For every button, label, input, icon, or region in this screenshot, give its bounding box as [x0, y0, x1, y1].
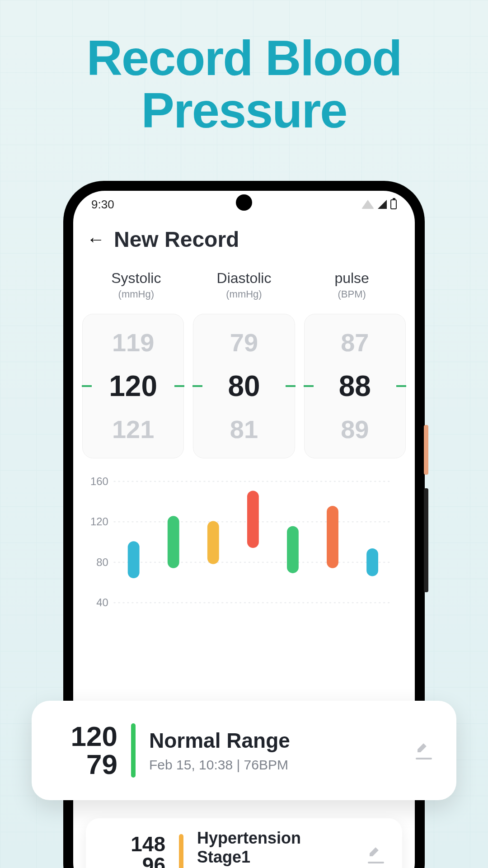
diastolic-picker[interactable]: 79 80 81 [193, 314, 295, 458]
camera-notch [236, 194, 252, 211]
status-time: 9:30 [91, 198, 114, 212]
record-systolic: 120 [54, 722, 117, 750]
app-header: ← New Record [73, 218, 415, 256]
systolic-value: 120 [109, 363, 157, 409]
tick-mark-icon [286, 385, 296, 387]
pulse-value: 88 [339, 363, 371, 409]
record-card-hypertension[interactable]: 148 96 Hypertension Stage1 Feb 15, 10:32… [86, 818, 402, 868]
svg-text:80: 80 [96, 556, 108, 568]
status-bar: 9:30 [73, 191, 415, 218]
tick-mark-icon [396, 385, 406, 387]
systolic-unit: (mmHg) [83, 288, 189, 300]
edit-icon[interactable] [416, 741, 434, 760]
systolic-next: 121 [112, 409, 154, 450]
hero-line-2: Pressure [141, 82, 347, 138]
diastolic-value: 80 [228, 363, 260, 409]
status-bar-indicator [179, 834, 183, 868]
hero-line-1: Record Blood [86, 30, 401, 85]
pulse-label-col: pulse (BPM) [299, 270, 405, 300]
pickers-row: 119 120 121 79 80 81 87 88 89 [73, 305, 415, 472]
hero-title: Record Blood Pressure [0, 32, 488, 136]
cell-signal-icon [378, 200, 387, 209]
diastolic-next: 81 [230, 409, 258, 450]
status-icons [361, 199, 397, 209]
systolic-picker[interactable]: 119 120 121 [82, 314, 184, 458]
tick-mark-icon [174, 385, 184, 387]
tick-mark-icon [304, 385, 314, 387]
record-status: Normal Range [149, 728, 402, 753]
pulse-picker[interactable]: 87 88 89 [304, 314, 406, 458]
edit-icon[interactable] [368, 845, 386, 863]
pulse-prev: 87 [341, 322, 369, 363]
status-bar-indicator [131, 723, 136, 778]
record-diastolic: 96 [102, 854, 165, 868]
wifi-icon [361, 200, 374, 209]
svg-text:40: 40 [96, 596, 108, 609]
tick-mark-icon [192, 385, 202, 387]
diastolic-unit: (mmHg) [191, 288, 297, 300]
phone-volume-button [424, 488, 428, 592]
bp-history-chart: 1601208040 [73, 472, 415, 623]
page-title: New Record [114, 227, 239, 252]
record-meta: Feb 15, 10:38 | 76BPM [149, 757, 402, 773]
chart-svg: 1601208040 [87, 476, 401, 612]
tick-mark-icon [82, 385, 92, 387]
record-diastolic: 79 [54, 750, 117, 778]
diastolic-label-col: Diastolic (mmHg) [191, 270, 297, 300]
pulse-unit: (BPM) [299, 288, 405, 300]
record-values: 120 79 [54, 722, 117, 778]
battery-icon [390, 199, 397, 209]
record-card-normal[interactable]: 120 79 Normal Range Feb 15, 10:38 | 76BP… [32, 701, 456, 800]
readings-labels-row: Systolic (mmHg) Diastolic (mmHg) pulse (… [73, 256, 415, 305]
phone-power-button [424, 425, 428, 475]
record-systolic: 148 [102, 834, 165, 854]
svg-text:120: 120 [90, 515, 108, 528]
systolic-label: Systolic [83, 270, 189, 287]
systolic-label-col: Systolic (mmHg) [83, 270, 189, 300]
pulse-label: pulse [299, 270, 405, 287]
diastolic-label: Diastolic [191, 270, 297, 287]
svg-text:160: 160 [90, 476, 108, 487]
systolic-prev: 119 [112, 322, 154, 363]
record-body: Normal Range Feb 15, 10:38 | 76BPM [149, 728, 402, 773]
diastolic-prev: 79 [230, 322, 258, 363]
record-body: Hypertension Stage1 Feb 15, 10:32 | 76BP… [197, 829, 354, 868]
record-values: 148 96 [102, 834, 165, 868]
back-arrow-icon[interactable]: ← [87, 229, 105, 250]
record-status: Hypertension Stage1 [197, 829, 354, 867]
pulse-next: 89 [341, 409, 369, 450]
